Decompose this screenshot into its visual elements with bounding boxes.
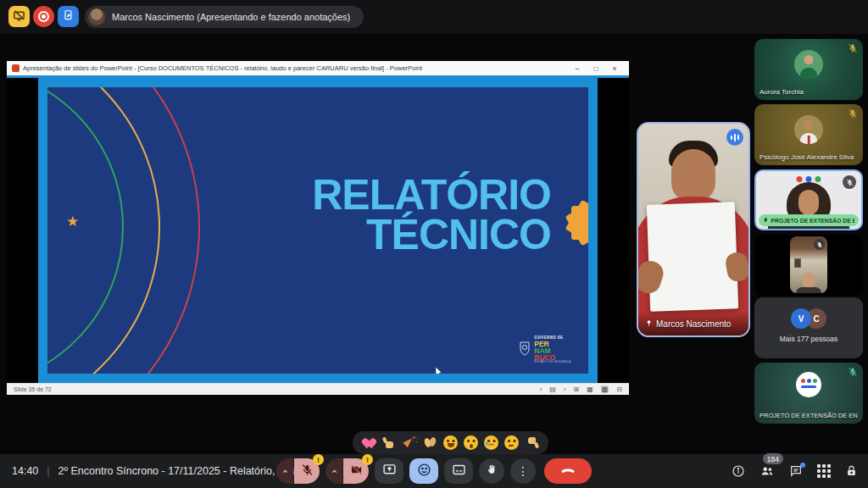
slide-title-line1: RELATÓRIO xyxy=(312,175,551,215)
raised-hand-icon xyxy=(763,217,768,224)
next-slide-icon[interactable]: › xyxy=(564,385,566,393)
participant-name: Aurora Torchia xyxy=(760,88,804,96)
mic-muted-icon xyxy=(848,43,858,53)
presenter-tile-name: Marcos Nascimento xyxy=(656,319,731,329)
heart-reaction[interactable] xyxy=(362,435,376,450)
call-end-icon xyxy=(559,462,576,481)
mic-options-chevron[interactable] xyxy=(276,458,293,484)
record-icon xyxy=(38,11,49,22)
raise-hand-button[interactable] xyxy=(479,458,504,484)
meeting-info-icons: 184 xyxy=(732,454,858,488)
ppt-title-bar: Apresentação de slides do PowerPoint - [… xyxy=(7,61,629,75)
raised-hand-label: PROJETO DE EXTENSÃO DE E... xyxy=(771,218,854,224)
annotation-tools-button[interactable] xyxy=(58,6,79,27)
presenter-avatar xyxy=(88,8,105,25)
portrait-video xyxy=(790,236,827,293)
minimize-button[interactable]: – xyxy=(568,64,587,73)
participant-tile-jose[interactable]: Psicólogo José Alexandre Silva xyxy=(754,104,863,165)
camera-off-button[interactable]: ! xyxy=(343,458,369,484)
view-normal-icon[interactable]: ⊞ xyxy=(573,385,579,393)
meet-app: Marcos Nascimento (Apresentando e fazend… xyxy=(0,0,868,488)
presenter-pill-label: Marcos Nascimento (Apresentando e fazend… xyxy=(112,12,350,22)
slide-title-line2: TÉCNICO xyxy=(312,215,551,255)
logo-tagline: ESTADO DE MUDANÇA xyxy=(534,361,571,363)
participant-tile-portrait-video[interactable] xyxy=(754,235,863,296)
slide-inner: ★ RELATÓRIO TÉCNICO GOVERNO DE xyxy=(47,87,588,374)
participant-tile-aurora[interactable]: Aurora Torchia xyxy=(754,39,863,100)
thumbs-up-reaction[interactable] xyxy=(382,435,397,450)
cry-reaction[interactable] xyxy=(484,435,498,450)
mic-muted-icon xyxy=(848,367,858,377)
audio-level-icon xyxy=(726,129,743,146)
close-button[interactable]: × xyxy=(605,64,624,73)
view-slideshow-icon[interactable]: ▩ xyxy=(601,385,609,393)
surprise-reaction[interactable] xyxy=(464,435,478,450)
more-options-icon: ⋮ xyxy=(517,465,529,477)
view-sorter-icon[interactable]: ▦ xyxy=(587,385,593,393)
mic-muted-icon xyxy=(814,239,825,250)
more-people-tile[interactable]: V C Mais 177 pessoas xyxy=(754,297,863,358)
camera-off-icon xyxy=(350,463,363,479)
leave-call-button[interactable] xyxy=(544,458,592,484)
monitor-slash-icon xyxy=(13,9,25,25)
people-button[interactable]: 184 xyxy=(760,463,775,479)
mic-muted-icon xyxy=(843,175,856,189)
coat-of-arms-icon xyxy=(519,341,531,359)
present-screen-icon xyxy=(382,463,397,480)
mic-off-icon xyxy=(301,463,314,479)
more-people-label: Mais 177 pessoas xyxy=(754,335,863,343)
hand-icon xyxy=(486,463,498,479)
shared-screen-powerpoint: Apresentação de slides do PowerPoint - [… xyxy=(7,61,629,395)
participant-name: Psicólogo José Alexandre Silva xyxy=(760,153,854,161)
pin-icon xyxy=(645,319,653,329)
stop-annotation-button[interactable] xyxy=(8,6,30,27)
thumbs-down-reaction[interactable] xyxy=(525,435,539,450)
powerpoint-app-icon xyxy=(12,64,19,72)
presenter-video-tile[interactable]: Marcos Nascimento xyxy=(637,122,750,337)
recording-indicator-button[interactable] xyxy=(33,6,54,27)
avatar xyxy=(796,372,821,397)
restore-button[interactable]: □ xyxy=(587,64,605,73)
laugh-reaction[interactable] xyxy=(443,435,458,450)
captions-button[interactable] xyxy=(444,458,473,484)
more-options-button[interactable]: ⋮ xyxy=(510,458,536,484)
chat-button[interactable] xyxy=(789,464,803,478)
raised-hand-pill: PROJETO DE EXTENSÃO DE E... xyxy=(759,214,859,226)
participant-tile-projeto-video[interactable]: PROJETO DE EXTENSÃO DE E... xyxy=(754,169,863,230)
avatar xyxy=(794,115,823,144)
smiley-icon xyxy=(417,463,431,480)
held-paper xyxy=(647,202,738,312)
background-logo xyxy=(797,176,821,182)
host-controls-button[interactable] xyxy=(845,464,858,478)
activities-button[interactable] xyxy=(817,464,831,478)
document-edit-icon xyxy=(63,9,75,24)
previous-slide-icon[interactable]: ‹ xyxy=(540,385,542,393)
participant-count-badge: 184 xyxy=(763,453,783,464)
info-button[interactable] xyxy=(732,464,745,478)
camera-options-chevron[interactable] xyxy=(326,458,342,484)
star-icon: ★ xyxy=(66,213,79,230)
reactions-button[interactable] xyxy=(409,458,438,484)
call-controls: ! ! xyxy=(276,458,592,484)
starburst-icon xyxy=(563,197,588,248)
divider: | xyxy=(47,465,49,477)
clock-time: 14:40 xyxy=(12,465,38,477)
thinking-reaction[interactable] xyxy=(504,435,519,450)
present-screen-button[interactable] xyxy=(375,458,403,484)
slide-menu-icon[interactable]: ▤ xyxy=(549,385,556,393)
bottom-bar: 14:40 | 2º Encontro Síncrono - 17/11/202… xyxy=(0,454,868,488)
chat-notification-dot xyxy=(800,463,805,468)
ppt-slide-stage: ★ RELATÓRIO TÉCNICO GOVERNO DE xyxy=(7,78,629,383)
mouse-cursor-icon xyxy=(435,365,442,374)
avatar-initial: V xyxy=(791,308,811,329)
pernambuco-logo: GOVERNO DE PER NAM BUCO ESTADO DE MUDANÇ… xyxy=(519,336,571,363)
mic-muted-button[interactable]: ! xyxy=(294,458,320,484)
presenter-pill[interactable]: Marcos Nascimento (Apresentando e fazend… xyxy=(85,6,364,28)
captions-icon xyxy=(452,463,466,480)
slide: ★ RELATÓRIO TÉCNICO GOVERNO DE xyxy=(38,78,598,383)
view-display-icon[interactable]: ⊟ xyxy=(616,385,622,393)
ppt-window-title: Apresentação de slides do PowerPoint - [… xyxy=(23,64,422,72)
party-reaction[interactable] xyxy=(403,435,417,450)
participant-tile-projeto-ens[interactable]: PROJETO DE EXTENSÃO DE ENS... xyxy=(754,363,863,424)
clap-reaction[interactable] xyxy=(423,435,437,450)
